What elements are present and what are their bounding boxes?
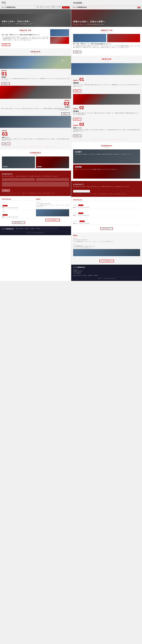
- pc-contact-email-input[interactable]: [36, 178, 69, 181]
- mobile-footer-nav-4[interactable]: COMPANY: [88, 275, 93, 276]
- pc-footer-nav-2[interactable]: ABOUT US: [19, 228, 24, 230]
- pc-service-more-3[interactable]: MORE: [2, 142, 10, 145]
- pc-company-subtitle: 会社案内: [2, 154, 69, 155]
- pc-about-img-2: [50, 37, 69, 44]
- pc-footer-nav-4[interactable]: COMPANY: [30, 228, 35, 230]
- pc-contact-message-textarea[interactable]: [2, 182, 69, 187]
- mobile-company-card-2[interactable]: 採用情報 採用エントリーのページはこちらです。現在積極的に採用を行っておりますの…: [73, 164, 140, 178]
- pc-service-more-2[interactable]: MORE: [61, 112, 69, 115]
- pc-company-card-1[interactable]: 会社案内: [2, 156, 35, 168]
- nav-home[interactable]: HOME: [36, 6, 39, 8]
- mobile-blog-item-1: 2023.01 カテゴリー 新着エントリーのタイトルが入ります。: [73, 202, 140, 209]
- mobile-service-text-1: グローバルネットワークでお客様の海外との輸送・輸出入をサポートしております。また…: [73, 84, 140, 87]
- nav-about[interactable]: ABOUT US: [40, 6, 45, 8]
- pc-footer-nav-6[interactable]: プライバシーポリシー: [41, 228, 51, 230]
- pc-hero-text: 世界から日本へ、日本から世界へ 安心・安全・丁寧をモットーに、世界中でお客様の物…: [2, 20, 33, 24]
- mobile-hamburger-button[interactable]: [137, 6, 140, 9]
- pc-company-cards: 会社案内 採用情報: [2, 156, 69, 168]
- mobile-company-card-1-text: 当社の事業内容や会社概要についてご紹介します。創業以来、物流業界での専門性を活か…: [75, 154, 138, 155]
- mobile-nav: サンプル運送株式会社: [71, 6, 142, 10]
- pc-news-more-button[interactable]: ニュース一覧を見る ›: [45, 219, 60, 221]
- pc-service-note: ※パーソナルデータの扱いについて（プライバシーポリシー）: お客様からいただいた…: [2, 146, 69, 147]
- pc-service-title: SERVICE: [2, 51, 69, 53]
- pc-contact-name-input[interactable]: [2, 178, 35, 181]
- mobile-blog-item-title-1: 新着エントリーのタイトルが入ります。: [73, 207, 140, 208]
- nav-company[interactable]: COMPANY: [51, 6, 56, 8]
- pc-blog-date-1: 2023.01: [2, 202, 35, 203]
- pc-hero-title: 世界から日本へ、日本から世界へ: [2, 20, 33, 23]
- pc-service-item-title-1: 国際物流: [2, 76, 69, 78]
- mobile-service-num-3: 03: [79, 122, 84, 126]
- pc-news-image: [36, 209, 69, 216]
- pc-hero-subtitle: 安心・安全・丁寧をモットーに、世界中でお客様の物流を支える企業です: [2, 23, 33, 24]
- mobile-blog-date-3: 2023.01.01: [73, 220, 78, 222]
- pc-about-body: サンプル運送株式会社はお客さまの多様なニーズにお応えし、「安心・安全・丁寧」をモ…: [2, 36, 49, 41]
- mobile-company-subtitle: 会社案内: [73, 147, 140, 148]
- mobile-company-card-1[interactable]: 会社案内 当社の事業内容や会社概要についてご紹介します。創業以来、物流業界での専…: [73, 150, 140, 164]
- mobile-blog-date-1: 2023.01: [73, 204, 77, 206]
- mobile-blog-item-title-3: 新着エントリーのタイトルが入ります。: [73, 223, 140, 224]
- pc-blog-date-2: 2023.01: [2, 211, 35, 212]
- pc-service-item-text-2: 国内でのご輸送をお客様のニーズに沿った形で、最適な方法でご提供することが可能です…: [2, 108, 69, 111]
- pc-service-section: SERVICE サービス SERVICE 01 国際物流 グローバルネットワーク…: [0, 48, 71, 150]
- pc-contact-subtitle: 物流・輸送に関するお見積り・ご相談・お問い合わせは、以下よりお気軽にお問い合わせ…: [2, 176, 69, 177]
- nav-service[interactable]: SERVICE: [46, 6, 50, 8]
- pc-company-card-2[interactable]: 採用情報: [36, 156, 69, 168]
- pc-service-item-title-3: 保管サービス: [2, 137, 69, 138]
- mobile-company-card-1-title: 会社案内: [75, 151, 138, 153]
- pc-about-more-button[interactable]: MORE: [2, 43, 10, 46]
- pc-about-title: ABOUT US: [2, 29, 49, 31]
- pc-service-more-1[interactable]: MORE: [2, 82, 10, 85]
- pc-footer-nav-7[interactable]: サイトマップ: [52, 228, 57, 230]
- mobile-company-section: COMPANY 会社案内 会社案内 当社の事業内容や会社概要についてご紹介します…: [71, 142, 142, 181]
- pc-hero: サンプル運送株式会社 HOME ABOUT US SERVICE COMPANY…: [0, 6, 71, 27]
- mobile-footer-nav-5[interactable]: CONTACT: [94, 275, 98, 276]
- mobile-service-more-3[interactable]: MORE: [73, 134, 82, 137]
- mobile-news-section: NEWS 2023.01 トピックスのタイトルが入ります。 サンプル運送株式会社…: [71, 232, 142, 264]
- mobile-footer-nav-2[interactable]: ABOUT US: [77, 275, 82, 276]
- pc-footer-nav-1[interactable]: HOME: [16, 228, 19, 230]
- pc-footer-copyright: Copyright © サンプル運送株式会社 All Rights Reserv…: [2, 231, 69, 233]
- mobile-logo: サンプル運送株式会社: [73, 6, 87, 8]
- pc-service-content-2: SERVICE 02 国内輸送 国内でのご輸送をお客様のニーズに沿った形で、最適…: [0, 99, 71, 116]
- mobile-service-num-2: 02: [79, 106, 84, 110]
- mobile-blog-title: STAFF BLOG: [73, 199, 140, 201]
- mobile-blog-more-button[interactable]: 記事一覧を見る ›: [100, 228, 113, 230]
- mobile-service-more-2[interactable]: MORE: [73, 118, 82, 120]
- pc-service-item-text-1: グローバルネットワークでお客様の海外との輸送・輸出入をサポートしております。また…: [2, 78, 69, 81]
- mobile-about-img-2: [107, 34, 140, 42]
- mobile-hero: サンプル運送株式会社 世界から日本へ、日本から世界へ 安心・安全・丁寧をモットー…: [71, 6, 142, 27]
- pc-blog-more-button[interactable]: 記事一覧を見る ›: [12, 221, 25, 224]
- nav-contact[interactable]: CONTACT: [56, 6, 61, 8]
- nav-cta-button[interactable]: お問い合わせ: [62, 6, 69, 8]
- mobile-about-more-button[interactable]: MORE: [73, 51, 82, 53]
- pc-about-section: ABOUT US 私たちについて 安心・安全・丁寧をモットーに、世界と日本を結ぶ…: [0, 27, 71, 48]
- mobile-service-title: SERVICE: [73, 58, 140, 60]
- mobile-company-card-2-title: 採用情報: [75, 166, 138, 168]
- mobile-footer-copyright: Copyright © サンプル運送株式会社 All Rights Reserv…: [73, 277, 140, 279]
- mobile-news-item-1: 2023.01 トピックスのタイトルが入ります。 サンプル運送株式会社のページへ…: [73, 238, 140, 243]
- mobile-service-more-1[interactable]: MORE: [73, 90, 82, 92]
- pc-nav-links: HOME ABOUT US SERVICE COMPANY CONTACT お問…: [36, 6, 69, 8]
- pc-service-num-2: 02: [2, 101, 69, 106]
- mobile-company-title: COMPANY: [73, 145, 140, 147]
- mobile-hero-subtitle: 安心・安全・丁寧をモットーに、世界中でお客様の物流を支える企業です: [73, 24, 105, 25]
- pc-footer-nav-5[interactable]: CONTACT: [36, 228, 40, 230]
- pc-blog-news-grid: STAFF BLOG 2023.01 カテゴリー 新着エントリーのタイトルが入り…: [2, 198, 69, 224]
- mobile-footer: サンプル運送株式会社 〒000-0000 東京都サンプル市0-0-0 Tel: …: [71, 264, 142, 281]
- mobile-footer-nav-3[interactable]: SERVICE: [83, 275, 87, 276]
- pc-contact-note: ※パーソナルデータの扱いについて（プライバシーポリシー）: お客様からいただいた…: [2, 193, 69, 194]
- mobile-service-text-3: 安全で効率的な保管サービスを提供しております。最適に適した倉庫スペースにてお客様…: [73, 129, 140, 132]
- pc-footer-nav-3[interactable]: SERVICE: [25, 228, 29, 230]
- mobile-news-title: NEWS: [73, 235, 140, 237]
- mobile-service-header-1: SERVICE 01: [73, 77, 140, 82]
- pc-contact-submit-button[interactable]: 送信する: [2, 189, 10, 192]
- mobile-news-more-button[interactable]: ニュース一覧を見る ›: [99, 260, 114, 262]
- mobile-news-item-body-1: サンプル運送株式会社のページへようこそ。「サービス・リソース」なんどのご案内をし…: [73, 241, 140, 242]
- mobile-contact-cta-button[interactable]: お問い合わせはこちらから: [73, 190, 90, 192]
- pc-footer-top: サンプル運送株式会社 HOME ABOUT US SERVICE COMPANY…: [2, 228, 69, 230]
- mobile-service-item-3: SERVICE 03 保管サービス 安全で効率的な保管サービスを提供しております…: [73, 122, 140, 137]
- pc-company-card-2-label: 採用情報: [37, 166, 42, 167]
- mobile-service-header-2: SERVICE 02: [73, 106, 140, 110]
- mobile-footer-nav-1[interactable]: HOME: [73, 275, 76, 276]
